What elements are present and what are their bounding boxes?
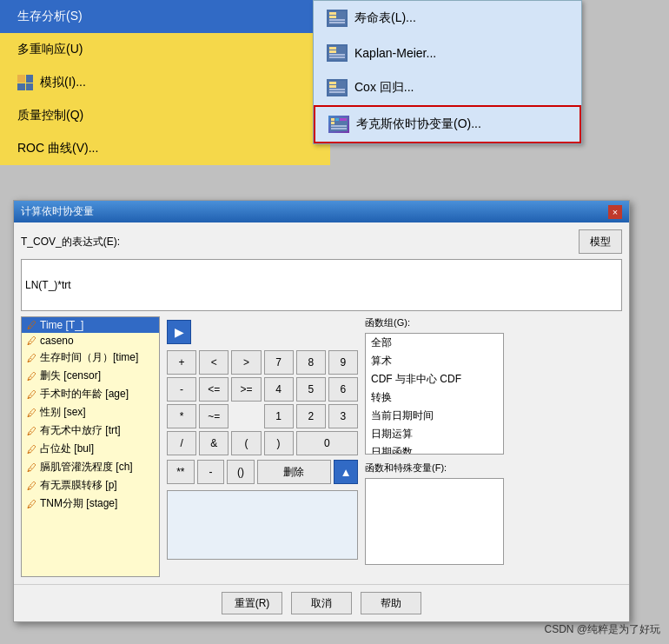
key-0[interactable]: 0 (296, 431, 358, 455)
key-3[interactable]: 3 (328, 404, 358, 428)
variable-list: 🖊 Time [T_] 🖊 caseno 🖊 生存时间（月）[time] 🖊 删… (21, 316, 160, 577)
delete-button[interactable]: 删除 (257, 460, 331, 484)
expression-row: T_COV_的表达式(E): 模型 (21, 229, 622, 254)
key-5[interactable]: 5 (296, 377, 326, 402)
reset-button[interactable]: 重置(R) (222, 592, 282, 614)
var-item-bul[interactable]: 🖊 占位处 [bul] (22, 440, 159, 458)
model-button[interactable]: 模型 (579, 229, 622, 254)
cancel-button[interactable]: 取消 (291, 592, 352, 614)
arrow-keypad-section: ▶ + < > 7 8 9 - <= >= 4 5 6 (167, 316, 358, 577)
key-mult[interactable]: * (167, 404, 196, 428)
menu-item-multiple[interactable]: 多重响应(U) ▶ (0, 33, 330, 66)
submenu-item-lifetable[interactable]: 寿命表(L)... (314, 1, 581, 36)
var-icon-caseno: 🖊 (27, 335, 36, 346)
svg-rect-28 (331, 128, 347, 129)
dialog-title: 计算依时协变量 (21, 204, 94, 219)
var-icon-trt: 🖊 (27, 426, 36, 436)
svg-rect-5 (329, 19, 345, 21)
help-button[interactable]: 帮助 (361, 592, 421, 614)
var-label-censor: 删失 [censor] (40, 368, 101, 383)
keypad-bottom-row: ** - () 删除 ▲ (167, 460, 358, 484)
menu-overlay: 生存分析(S) ▶ 多重响应(U) ▶ 模拟(I)... 质量控制(Q) ▶ R… (0, 0, 669, 200)
key-2[interactable]: 2 (296, 404, 326, 428)
key-1[interactable]: 1 (264, 404, 294, 428)
svg-rect-13 (329, 56, 345, 58)
key-minus[interactable]: - (167, 377, 196, 402)
submenu-item-cox-tv[interactable]: 考克斯依时协变量(O)... (314, 105, 581, 143)
key-rparen[interactable]: ) (264, 431, 294, 455)
menu-item-quality[interactable]: 质量控制(Q) ▶ (0, 99, 330, 132)
key-gt[interactable]: > (231, 350, 261, 375)
var-label-time: Time [T_] (40, 319, 83, 331)
menu-item-roc[interactable]: ROC 曲线(V)... (0, 132, 330, 165)
svg-rect-11 (337, 50, 345, 53)
expression-input[interactable] (21, 259, 622, 311)
var-label-p: 有无票膜转移 [p] (40, 478, 117, 493)
var-item-trt[interactable]: 🖊 有无术中放疗 [trt] (22, 422, 159, 440)
svg-rect-10 (329, 50, 336, 53)
submenu-item-kaplan[interactable]: Kaplan-Meier... (314, 36, 581, 70)
var-item-time[interactable]: 🖊 Time [T_] (22, 317, 159, 333)
key-gte[interactable]: >= (231, 377, 261, 402)
svg-rect-25 (331, 122, 334, 124)
key-6[interactable]: 6 (328, 377, 358, 402)
svg-rect-2 (337, 12, 345, 15)
func-group-datetime[interactable]: 当前日期时间 (366, 407, 503, 425)
key-and[interactable]: & (199, 431, 229, 455)
func-group-date-func[interactable]: 日期函数 (366, 443, 503, 455)
submenu-cox-label: Cox 回归... (354, 80, 414, 96)
key-neq[interactable]: ~= (199, 404, 229, 428)
func-group-all[interactable]: 全部 (366, 334, 503, 352)
function-vars-list (365, 478, 504, 565)
var-item-p[interactable]: 🖊 有无票膜转移 [p] (22, 476, 159, 495)
svg-rect-8 (329, 47, 336, 50)
key-7[interactable]: 7 (264, 350, 294, 375)
keypad-row1: + < > 7 8 9 (167, 350, 358, 375)
key-lparen[interactable]: ( (231, 431, 261, 455)
svg-rect-3 (329, 16, 336, 18)
key-lte[interactable]: <= (199, 377, 229, 402)
var-item-sex[interactable]: 🖊 性别 [sex] (22, 403, 159, 422)
svg-rect-16 (337, 82, 345, 84)
var-item-censor[interactable]: 🖊 删失 [censor] (22, 367, 159, 385)
var-item-ch[interactable]: 🖊 膈肌管灌洗程度 [ch] (22, 458, 159, 476)
key-power[interactable]: ** (167, 460, 195, 484)
svg-rect-26 (335, 122, 347, 124)
func-group-cdf[interactable]: CDF 与非中心 CDF (366, 370, 503, 388)
dialog-close-button[interactable]: × (608, 205, 622, 219)
var-item-stage[interactable]: 🖊 TNM分期 [stage] (22, 495, 159, 513)
key-8[interactable]: 8 (296, 350, 326, 375)
var-item-time-months[interactable]: 🖊 生存时间（月）[time] (22, 349, 159, 367)
key-negate[interactable]: - (197, 460, 225, 484)
key-9[interactable]: 9 (328, 350, 358, 375)
main-content: 🖊 Time [T_] 🖊 caseno 🖊 生存时间（月）[time] 🖊 删… (21, 316, 622, 577)
menu-item-survival[interactable]: 生存分析(S) ▶ (0, 0, 330, 33)
keypad-row2: - <= >= 4 5 6 (167, 377, 358, 402)
key-parens[interactable]: () (227, 460, 255, 484)
submenu-cox-tv-label: 考克斯依时协变量(O)... (356, 116, 481, 132)
func-group-arithmetic[interactable]: 算术 (366, 352, 503, 370)
func-group-transform[interactable]: 转换 (366, 388, 503, 407)
key-lt[interactable]: < (199, 350, 229, 375)
var-icon-sex: 🖊 (27, 408, 36, 418)
var-item-age[interactable]: 🖊 手术时的年龄 [age] (22, 385, 159, 403)
up-button[interactable]: ▲ (334, 460, 358, 484)
submenu-survival: 寿命表(L)... Kaplan-Meier... (313, 0, 582, 144)
var-label-sex: 性别 [sex] (40, 405, 86, 420)
var-label-caseno: caseno (40, 335, 74, 347)
transfer-arrow-button[interactable]: ▶ (167, 320, 191, 344)
var-icon-p: 🖊 (27, 481, 36, 491)
notes-textarea[interactable] (167, 490, 358, 560)
func-group-date-ops[interactable]: 日期运算 (366, 425, 503, 443)
key-div[interactable]: / (167, 431, 196, 455)
var-item-caseno[interactable]: 🖊 caseno (22, 333, 159, 349)
cox-tv-icon (328, 116, 349, 133)
menu-item-simulate[interactable]: 模拟(I)... (0, 66, 330, 99)
submenu-item-cox[interactable]: Cox 回归... (314, 70, 581, 105)
var-icon-ch: 🖊 (27, 462, 36, 473)
key-plus[interactable]: + (167, 350, 196, 375)
keypad-row3: * ~= 1 2 3 (167, 404, 358, 428)
submenu-lifetable-label: 寿命表(L)... (354, 10, 416, 26)
svg-rect-23 (335, 118, 339, 121)
key-4[interactable]: 4 (264, 377, 294, 402)
